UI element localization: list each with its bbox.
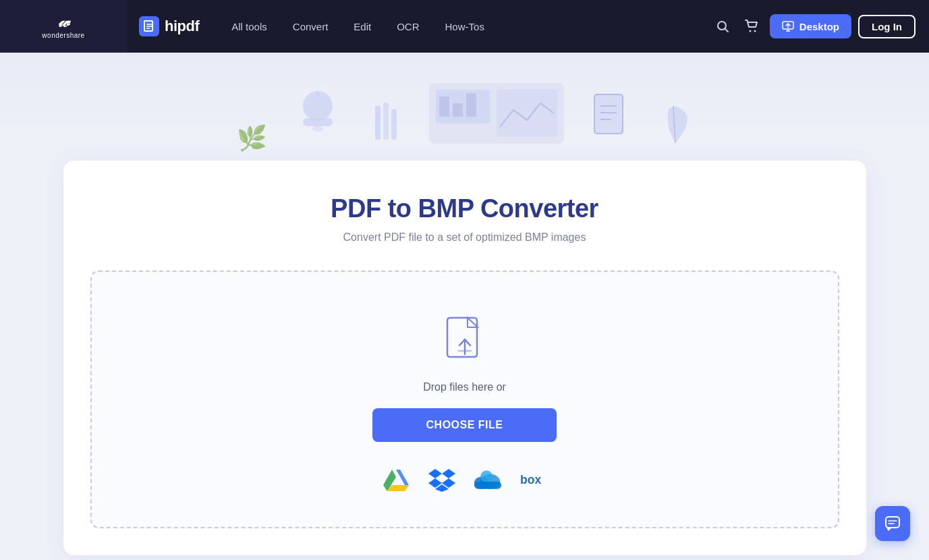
dropbox-button[interactable] xyxy=(428,466,455,493)
login-button[interactable]: Log In xyxy=(858,15,916,38)
svg-rect-43 xyxy=(474,482,501,489)
svg-text:box: box xyxy=(520,473,541,486)
svg-point-7 xyxy=(754,30,756,32)
nav-edit[interactable]: Edit xyxy=(343,16,382,38)
pencils-illustration xyxy=(368,99,402,150)
desktop-button[interactable]: Desktop xyxy=(770,14,851,38)
cloud-icons: box xyxy=(383,466,547,493)
drop-text: Drop files here or xyxy=(423,381,506,393)
feather-svg xyxy=(658,99,692,146)
page-title: PDF to BMP Converter xyxy=(90,194,839,223)
hipdf-label: hipdf xyxy=(165,18,199,35)
svg-marker-35 xyxy=(428,469,442,478)
svg-rect-24 xyxy=(466,93,476,117)
wondershare-logo: 𝓌 wondershare xyxy=(0,0,127,53)
onedrive-icon xyxy=(474,470,501,490)
upload-icon xyxy=(441,312,489,369)
dashboard-svg xyxy=(429,83,564,144)
pencils-svg xyxy=(368,99,402,146)
chat-fab[interactable] xyxy=(875,506,910,541)
box-button[interactable]: box xyxy=(520,466,547,493)
hipdf-icon xyxy=(139,16,159,36)
main-content: PDF to BMP Converter Convert PDF file to… xyxy=(0,161,929,560)
desktop-btn-label: Desktop xyxy=(799,21,839,32)
plant-illustration: 🌿 xyxy=(237,126,267,150)
document-svg xyxy=(591,91,631,145)
google-drive-icon xyxy=(383,468,409,491)
svg-point-14 xyxy=(312,126,323,132)
page-subtitle: Convert PDF file to a set of optimized B… xyxy=(90,231,839,244)
search-button[interactable] xyxy=(712,16,733,37)
ws-logo-text: wondershare xyxy=(42,32,84,39)
svg-rect-18 xyxy=(391,109,397,140)
hipdf-logo-svg xyxy=(142,20,156,33)
chat-icon xyxy=(884,515,901,532)
cart-icon xyxy=(744,19,759,34)
svg-rect-23 xyxy=(453,103,463,117)
svg-marker-36 xyxy=(442,469,455,478)
search-icon xyxy=(716,20,729,33)
document-illustration xyxy=(591,91,631,150)
upload-file-icon xyxy=(441,312,489,366)
nav-ocr[interactable]: OCR xyxy=(386,16,430,38)
converter-card: PDF to BMP Converter Convert PDF file to… xyxy=(63,161,866,555)
cart-button[interactable] xyxy=(740,15,763,38)
nav-convert[interactable]: Convert xyxy=(282,16,339,38)
ws-logo-icon: 𝓌 xyxy=(58,13,69,30)
google-drive-button[interactable] xyxy=(383,466,410,493)
bell-illustration xyxy=(294,91,341,150)
feather-illustration xyxy=(658,99,692,150)
svg-rect-17 xyxy=(383,103,389,140)
illustration-shapes: 🌿 xyxy=(237,83,692,157)
onedrive-button[interactable] xyxy=(474,466,501,493)
navbar: 𝓌 wondershare hipdf All tools Convert Ed… xyxy=(0,0,929,53)
hipdf-brand[interactable]: hipdf xyxy=(139,16,199,36)
nav-all-tools[interactable]: All tools xyxy=(221,16,278,38)
svg-rect-13 xyxy=(303,118,333,126)
svg-rect-48 xyxy=(886,517,899,528)
desktop-icon xyxy=(782,20,794,32)
svg-rect-16 xyxy=(375,106,381,140)
dropzone[interactable]: Drop files here or CHOOSE FILE xyxy=(90,271,839,528)
nav-how-tos[interactable]: How-Tos xyxy=(434,16,495,38)
box-icon: box xyxy=(520,470,547,489)
navbar-nav: All tools Convert Edit OCR How-Tos xyxy=(221,16,495,38)
navbar-right: Desktop Log In xyxy=(712,14,929,38)
svg-point-42 xyxy=(480,470,492,482)
svg-line-5 xyxy=(725,29,728,32)
dropbox-icon xyxy=(428,468,455,492)
bell-svg xyxy=(294,91,341,145)
dashboard-illustration xyxy=(429,83,564,150)
choose-file-button[interactable]: CHOOSE FILE xyxy=(372,408,557,442)
svg-rect-21 xyxy=(497,90,557,137)
svg-rect-25 xyxy=(594,94,623,134)
svg-rect-22 xyxy=(439,96,449,117)
svg-point-6 xyxy=(749,30,751,32)
